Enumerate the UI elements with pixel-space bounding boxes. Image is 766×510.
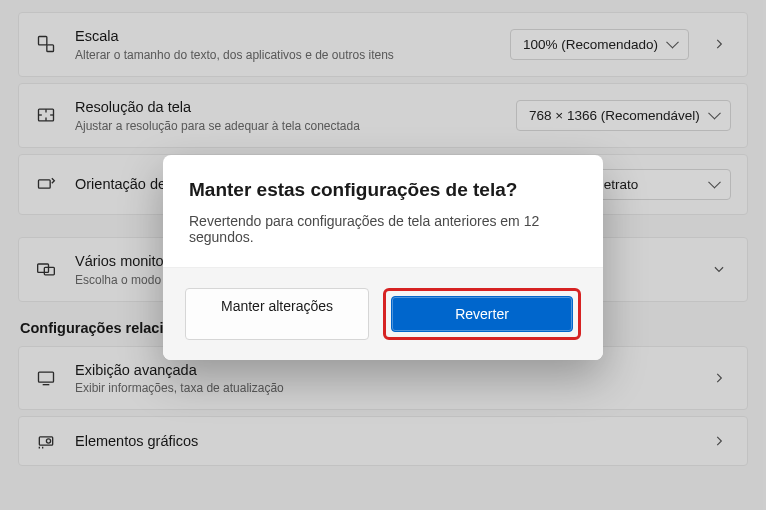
revert-highlight: Reverter: [383, 288, 581, 340]
dialog-footer: Manter alterações Reverter: [163, 267, 603, 360]
revert-button[interactable]: Reverter: [391, 296, 573, 332]
keep-changes-button[interactable]: Manter alterações: [185, 288, 369, 340]
dialog-title: Manter estas configurações de tela?: [189, 179, 577, 201]
keep-settings-dialog: Manter estas configurações de tela? Reve…: [163, 155, 603, 360]
dialog-message: Revertendo para configurações de tela an…: [189, 213, 577, 245]
